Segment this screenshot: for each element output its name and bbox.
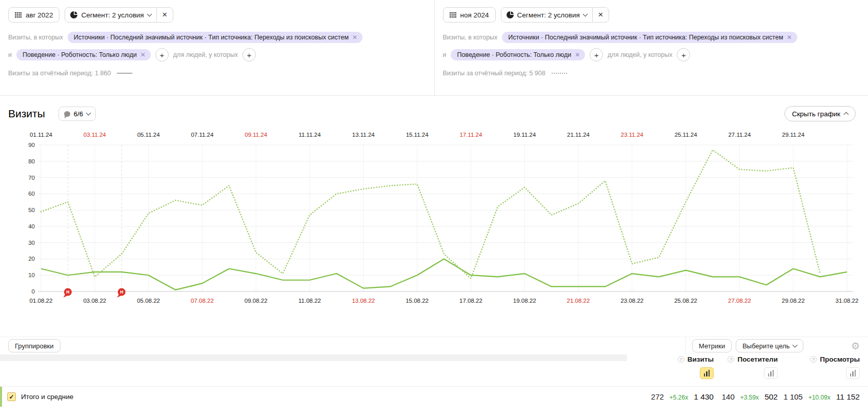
filter-chip-behavior-a[interactable]: Поведение · Роботность: Только люди ✕ <box>16 49 151 60</box>
totals-checkbox[interactable]: ✓ <box>7 392 16 401</box>
segment-label: Сегмент: 2 условия <box>81 11 144 19</box>
gear-icon[interactable]: ⚙ <box>851 341 860 351</box>
metric-header-pageviews[interactable]: Просмотры <box>820 356 860 363</box>
x-top-tick: 11.11.24 <box>298 132 321 138</box>
for-people-label: для людей, у которых <box>173 51 238 58</box>
visitors-value-a: 140 <box>722 392 735 401</box>
x-top-tick: 13.11.24 <box>352 132 375 138</box>
for-people-label: для людей, у которых <box>608 51 672 58</box>
x-bottom-tick: 01.08.22 <box>30 298 53 304</box>
period-total-a: Визиты за отчётный период: 1 860 <box>8 70 111 77</box>
x-bottom-tick: 23.08.22 <box>620 298 643 304</box>
x-bottom-tick: 17.08.22 <box>459 298 482 304</box>
x-bottom-tick: 09.08.22 <box>245 298 268 304</box>
comment-bubble-icon <box>64 111 70 117</box>
x-top-tick: 17.11.24 <box>459 132 482 138</box>
visits-delta: +5.26x <box>670 394 688 401</box>
bar-chart-toggle-pageviews[interactable] <box>846 367 860 379</box>
chart-header: Визиты 6/6 Скрыть график <box>0 96 868 121</box>
groupings-button[interactable]: Группировки <box>8 339 60 352</box>
segment-control-a: Сегмент: 2 условия × <box>65 7 173 23</box>
segment-pie-icon <box>507 11 514 18</box>
svg-text:30: 30 <box>28 240 35 246</box>
period-total-b: Визиты за отчётный период: 5 908 <box>443 70 546 77</box>
filter-chip-source-b[interactable]: Источники · Последний значимый источник … <box>502 32 797 43</box>
segment-close-button-a[interactable]: × <box>156 8 173 22</box>
segment-dropdown-a[interactable]: Сегмент: 2 условия <box>65 8 156 22</box>
series-b-line-sample <box>552 73 567 74</box>
totals-visitors: 140 +3.59x 502 <box>714 392 778 402</box>
x-bottom-tick: 31.08.22 <box>836 298 859 304</box>
segment-dropdown-b[interactable]: Сегмент: 2 условия <box>501 8 592 22</box>
chart-area: 010203040506070809001.11.2403.11.2405.11… <box>0 121 868 312</box>
segment-close-button-b[interactable]: × <box>592 8 609 22</box>
add-condition-button-a[interactable]: + <box>155 48 169 61</box>
visits-line-chart[interactable]: 010203040506070809001.11.2403.11.2405.11… <box>8 121 860 310</box>
filter-chip-behavior-text: Поведение · Роботность: Только люди <box>457 51 571 58</box>
segment-panel-a: авг 2022 Сегмент: 2 условия × Визиты, в … <box>0 0 434 95</box>
x-bottom-tick: 25.08.22 <box>674 298 697 304</box>
x-bottom-tick: 19.08.22 <box>513 298 536 304</box>
filter-chip-source-text: Источники · Последний значимый источник … <box>74 34 349 41</box>
x-top-tick: 15.11.24 <box>406 132 429 138</box>
date-range-button-a[interactable]: авг 2022 <box>8 7 59 23</box>
metrics-button[interactable]: Метрики <box>692 339 732 352</box>
dimensions-header-strip <box>0 354 627 361</box>
date-range-button-b[interactable]: ноя 2024 <box>443 7 496 23</box>
help-icon[interactable]: ? <box>678 356 684 363</box>
help-icon[interactable]: ? <box>810 356 817 363</box>
totals-pageviews: 1 105 +10.09x 11 152 <box>778 392 860 402</box>
filter-chip-source-a[interactable]: Источники · Последний значимый источник … <box>68 32 362 43</box>
help-icon[interactable]: ? <box>728 356 734 363</box>
series-solid[interactable] <box>41 259 847 289</box>
metric-column-visits: ? Визиты <box>637 354 714 379</box>
chip-close-icon[interactable]: ✕ <box>352 34 357 41</box>
chip-close-icon[interactable]: ✕ <box>786 34 792 41</box>
compare-panels: авг 2022 Сегмент: 2 условия × Визиты, в … <box>0 0 868 96</box>
add-people-condition-button-b[interactable]: + <box>677 48 690 61</box>
visitors-delta: +3.59x <box>740 394 759 401</box>
choose-goal-dropdown[interactable]: Выберите цель <box>736 339 803 352</box>
segment-label: Сегмент: 2 условия <box>517 11 580 19</box>
hide-chart-button[interactable]: Скрыть график <box>784 106 856 121</box>
chip-close-icon[interactable]: ✕ <box>575 51 580 58</box>
chart-title: Визиты <box>8 108 45 120</box>
chevron-down-icon <box>793 343 798 348</box>
x-top-tick: 23.11.24 <box>621 132 644 138</box>
metric-header-visits[interactable]: Визиты <box>688 356 714 363</box>
svg-text:70: 70 <box>28 175 35 181</box>
bar-chart-toggle-visits[interactable] <box>700 367 714 379</box>
svg-text:10: 10 <box>28 272 35 278</box>
x-bottom-tick: 03.08.22 <box>83 298 106 304</box>
metric-header-visitors[interactable]: Посетители <box>737 356 778 363</box>
svg-text:90: 90 <box>28 142 35 148</box>
chevron-down-icon <box>86 111 91 116</box>
x-top-tick: 29.11.24 <box>782 132 805 138</box>
x-bottom-tick: 29.08.22 <box>782 298 805 304</box>
annotations-button[interactable]: 6/6 <box>58 107 96 121</box>
x-bottom-tick: 13.08.22 <box>352 298 375 304</box>
segment-pie-icon <box>70 11 77 18</box>
totals-row: ✓ Итого и средние 272 +5.26x 1 430 140 +… <box>0 386 868 407</box>
svg-text:50: 50 <box>28 207 35 213</box>
chevron-down-icon <box>147 12 152 17</box>
svg-text:40: 40 <box>28 223 35 229</box>
x-bottom-tick: 15.08.22 <box>406 298 429 304</box>
x-bottom-tick: 07.08.22 <box>191 298 214 304</box>
add-people-condition-button-a[interactable]: + <box>243 48 256 61</box>
filter-chip-behavior-b[interactable]: Поведение · Роботность: Только люди ✕ <box>451 49 585 60</box>
hide-chart-label: Скрыть график <box>792 110 840 118</box>
bar-chart-toggle-visitors[interactable] <box>764 367 778 379</box>
add-condition-button-b[interactable]: + <box>590 48 603 61</box>
chevron-down-icon <box>582 12 588 17</box>
series-a-line-sample <box>117 73 132 74</box>
x-top-tick: 03.11.24 <box>84 132 107 138</box>
pageviews-value-b: 11 152 <box>836 392 860 402</box>
pageviews-delta: +10.09x <box>809 394 831 401</box>
chip-close-icon[interactable]: ✕ <box>140 51 146 58</box>
totals-label: Итого и средние <box>21 393 73 401</box>
svg-text:20: 20 <box>28 256 35 262</box>
filter-chip-behavior-text: Поведение · Роботность: Только люди <box>23 51 137 58</box>
visits-in-which-label: Визиты, в которых <box>8 34 63 41</box>
calendar-grid-icon <box>15 12 22 18</box>
